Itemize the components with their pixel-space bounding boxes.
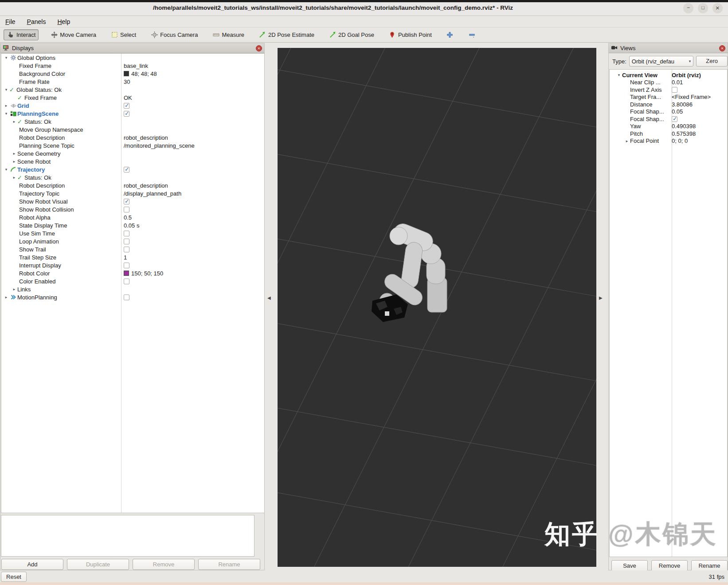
close-icon[interactable]: [712, 3, 723, 13]
views-row-focal-shape-size[interactable]: Focal Shap...0.05: [610, 108, 727, 116]
property-value[interactable]: 1: [124, 254, 127, 261]
enabled-checkbox[interactable]: [124, 111, 129, 117]
move-camera-tool-button[interactable]: Move Camera: [47, 30, 99, 40]
views-close-icon[interactable]: [719, 45, 725, 51]
add-display-button[interactable]: Add: [1, 559, 63, 570]
tree-row-background-color[interactable]: Background Color48; 48; 48: [1, 70, 264, 78]
collapse-left-panel-arrow[interactable]: ◀: [267, 295, 271, 300]
tree-row-planningscene[interactable]: ▾PlanningScene: [1, 110, 264, 118]
expander-open-icon[interactable]: ▾: [3, 87, 9, 92]
expander-open-icon[interactable]: ▾: [616, 73, 622, 77]
publish-point-tool-button[interactable]: Publish Point: [386, 30, 434, 40]
goal-pose-tool-button[interactable]: 2D Goal Pose: [326, 30, 377, 40]
tree-row-robot-description[interactable]: Robot Descriptionrobot_description: [1, 133, 264, 141]
property-value[interactable]: 0.490398: [672, 123, 696, 130]
tree-row-use-sim-time[interactable]: Use Sim Time: [1, 229, 264, 237]
expander-open-icon[interactable]: ▾: [3, 167, 9, 172]
checkbox[interactable]: [672, 87, 677, 93]
tree-row-ps-status[interactable]: ▸✓Status: Ok: [1, 118, 264, 126]
expander-open-icon[interactable]: ▾: [3, 55, 9, 60]
expander-closed-icon[interactable]: ▸: [11, 119, 17, 124]
views-row-pitch[interactable]: Pitch0.575398: [610, 130, 727, 137]
enabled-checkbox[interactable]: [124, 294, 129, 300]
checkbox[interactable]: [672, 116, 677, 122]
duplicate-display-button[interactable]: Duplicate: [67, 559, 129, 570]
property-value[interactable]: 3.80086: [672, 101, 693, 108]
minimize-icon[interactable]: [683, 3, 693, 13]
property-value[interactable]: base_link: [124, 63, 148, 69]
collapse-right-panel-arrow[interactable]: ▶: [599, 295, 603, 300]
enabled-checkbox[interactable]: [124, 167, 129, 173]
checkbox[interactable]: [124, 263, 129, 268]
expander-closed-icon[interactable]: ▸: [11, 159, 17, 164]
tree-row-global-options[interactable]: ▾Global Options: [1, 54, 264, 62]
expander-closed-icon[interactable]: ▸: [11, 175, 17, 180]
expander-closed-icon[interactable]: ▸: [11, 151, 17, 156]
property-value[interactable]: 48; 48; 48: [124, 71, 157, 77]
property-value[interactable]: /monitored_planning_scene: [124, 142, 195, 149]
rename-view-button[interactable]: Rename: [691, 560, 728, 571]
property-value[interactable]: 0.5: [124, 214, 132, 221]
views-panel-header[interactable]: Views: [609, 43, 728, 53]
tree-row-show-trail[interactable]: Show Trail: [1, 245, 264, 253]
focus-camera-tool-button[interactable]: Focus Camera: [148, 30, 200, 40]
view-type-dropdown[interactable]: Orbit (rviz_defau▾: [629, 56, 694, 67]
tree-row-move-group-namespace[interactable]: Move Group Namespace: [1, 126, 264, 133]
expander-closed-icon[interactable]: ▸: [11, 287, 17, 291]
property-value[interactable]: 0.05: [672, 108, 683, 115]
property-value[interactable]: 150; 50; 150: [124, 270, 163, 277]
views-row-distance[interactable]: Distance3.80086: [610, 101, 727, 108]
tree-row-robot-color[interactable]: Robot Color150; 50; 150: [1, 269, 264, 277]
tree-row-motionplanning[interactable]: ▸MotionPlanning: [1, 293, 264, 301]
tree-row-color-enabled[interactable]: Color Enabled: [1, 277, 264, 285]
restore-icon[interactable]: [698, 3, 708, 13]
views-row-invert-z[interactable]: Invert Z Axis: [610, 86, 727, 94]
tree-row-trajectory[interactable]: ▾Trajectory: [1, 165, 264, 173]
views-row-focal-shape-fixed[interactable]: Focal Shap...: [610, 115, 727, 123]
views-row-yaw[interactable]: Yaw0.490398: [610, 123, 727, 130]
tree-row-trail-step-size[interactable]: Trail Step Size1: [1, 253, 264, 261]
tree-row-fixed-frame[interactable]: Fixed Framebase_link: [1, 62, 264, 70]
property-value[interactable]: 0.05 s: [124, 222, 139, 229]
checkbox[interactable]: [124, 239, 129, 244]
add-tool-button[interactable]: [443, 30, 457, 40]
interact-tool-button[interactable]: Interact: [4, 29, 39, 40]
property-value[interactable]: 0.01: [672, 79, 683, 86]
checkbox[interactable]: [124, 199, 129, 204]
tree-row-trajectory-topic[interactable]: Trajectory Topic/display_planned_path: [1, 189, 264, 197]
menu-help[interactable]: Help: [57, 18, 70, 25]
expander-open-icon[interactable]: ▾: [3, 111, 9, 116]
reset-button[interactable]: Reset: [1, 572, 27, 582]
tree-row-global-status[interactable]: ▾✓Global Status: Ok: [1, 86, 264, 94]
tree-row-state-display-time[interactable]: State Display Time0.05 s: [1, 221, 264, 229]
remove-view-button[interactable]: Remove: [651, 560, 688, 571]
property-value[interactable]: robot_description: [124, 134, 168, 141]
tree-row-links[interactable]: ▸Links: [1, 285, 264, 293]
displays-close-icon[interactable]: [256, 45, 262, 51]
property-value[interactable]: /display_planned_path: [124, 190, 181, 197]
property-value[interactable]: 30: [124, 79, 130, 85]
tree-row-scene-robot[interactable]: ▸Scene Robot: [1, 157, 264, 165]
tree-row-traj-robot-description[interactable]: Robot Descriptionrobot_description: [1, 181, 264, 189]
rename-display-button[interactable]: Rename: [198, 559, 260, 570]
expander-closed-icon[interactable]: ▸: [3, 295, 9, 299]
property-value[interactable]: 0; 0; 0: [672, 137, 688, 144]
property-value[interactable]: 0.575398: [672, 130, 696, 137]
views-row-near-clip[interactable]: Near Clip ...0.01: [610, 79, 727, 86]
measure-tool-button[interactable]: Measure: [209, 30, 247, 40]
tree-row-frame-rate[interactable]: Frame Rate30: [1, 78, 264, 86]
menu-file[interactable]: File: [5, 18, 16, 25]
select-tool-button[interactable]: Select: [108, 30, 139, 40]
menu-panels[interactable]: Panels: [27, 18, 46, 25]
property-value[interactable]: <Fixed Frame>: [672, 94, 711, 100]
enabled-checkbox[interactable]: [124, 103, 129, 109]
views-row-current-view[interactable]: ▾Current ViewOrbit (rviz): [610, 71, 727, 79]
views-row-target-frame[interactable]: Target Fra...<Fixed Frame>: [610, 94, 727, 101]
tree-row-scene-geometry[interactable]: ▸Scene Geometry: [1, 149, 264, 157]
checkbox[interactable]: [124, 231, 129, 236]
render-viewport-3d[interactable]: [278, 48, 596, 567]
tree-row-fixed-frame-status[interactable]: ✓Fixed FrameOK: [1, 94, 264, 102]
pose-estimate-tool-button[interactable]: 2D Pose Estimate: [256, 30, 317, 40]
checkbox[interactable]: [124, 247, 129, 252]
tree-row-interrupt-display[interactable]: Interrupt Display: [1, 261, 264, 269]
